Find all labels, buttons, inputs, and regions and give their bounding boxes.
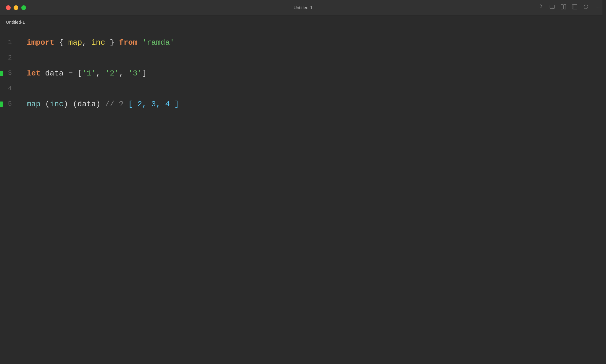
more-icon[interactable]: ··· — [594, 4, 600, 11]
string-1: '1' — [82, 66, 96, 81]
breakpoint-dot-5[interactable] — [0, 102, 3, 107]
result-value: [ 2, 3, 4 ] — [128, 96, 179, 112]
identifier-map: map — [68, 35, 82, 50]
maximize-button[interactable] — [21, 5, 26, 10]
broadcast-icon[interactable] — [549, 4, 555, 11]
toolbar-right: ··· — [538, 4, 600, 11]
code-line-2 — [27, 50, 606, 66]
code-line-4 — [27, 81, 606, 96]
string-3: '3' — [128, 66, 142, 81]
code-line-3: let data = [ '1' , '2' , '3' ] — [27, 66, 606, 81]
fn-call-inc: inc — [50, 96, 64, 112]
fn-call-map: map — [27, 96, 41, 112]
line-number-4: 4 — [0, 81, 18, 96]
keyword-let: let — [27, 66, 41, 81]
tab-bar: Untitled-1 — [0, 15, 606, 29]
svg-rect-1 — [561, 5, 563, 9]
circle-icon[interactable] — [583, 4, 589, 11]
window-title: Untitled-1 — [294, 5, 312, 10]
sidebar-icon[interactable] — [572, 4, 578, 11]
scrollbar[interactable] — [602, 0, 606, 364]
svg-rect-2 — [564, 5, 566, 9]
keyword-import: import — [27, 35, 54, 50]
split-horizontal-icon[interactable] — [560, 4, 566, 11]
string-2: '2' — [105, 66, 119, 81]
flame-icon[interactable] — [538, 4, 544, 11]
string-ramda: 'ramda' — [142, 35, 174, 50]
line-number-2: 2 — [0, 50, 18, 66]
breakpoint-dot-3[interactable] — [0, 71, 3, 76]
svg-point-5 — [584, 5, 588, 9]
comment-question: // ? — [105, 96, 123, 112]
svg-rect-3 — [572, 5, 577, 9]
line-number-3: 3 — [0, 66, 18, 81]
line-number-1: 1 — [0, 35, 18, 50]
tab-title[interactable]: Untitled-1 — [6, 20, 25, 25]
traffic-lights — [6, 5, 26, 10]
keyword-from: from — [119, 35, 137, 50]
title-bar: Untitled-1 ··· — [0, 0, 606, 15]
code-lines: import { map , inc } from 'ramda' let da… — [24, 35, 606, 112]
line-number-5: 5 — [0, 96, 18, 112]
minimize-button[interactable] — [14, 5, 18, 10]
line-numbers: 1 2 3 4 5 — [0, 35, 24, 112]
code-line-5: map ( inc ) (data) // ? [ 2, 3, 4 ] — [27, 96, 606, 112]
identifier-inc: inc — [91, 35, 105, 50]
editor-area: 1 2 3 4 5 import { map , inc } from 'ram… — [0, 29, 606, 118]
code-line-1: import { map , inc } from 'ramda' — [27, 35, 606, 50]
close-button[interactable] — [6, 5, 11, 10]
